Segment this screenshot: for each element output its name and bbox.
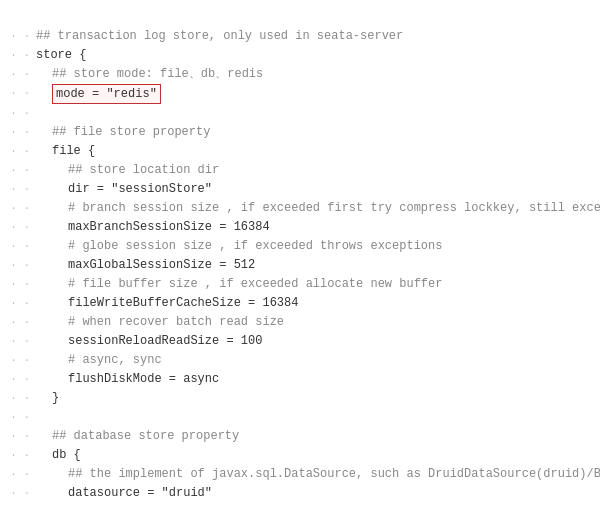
line-content: maxGlobalSessionSize = 512 [36,256,600,275]
line-content: ## store mode: file、db、redis [36,65,600,84]
line-gutter: · · [0,199,36,218]
line-gutter: · · [0,237,36,256]
line-content: ## the implement of javax.sql.DataSource… [36,465,600,484]
line-content: mode = "redis" [36,84,600,105]
code-line: · ·## store mode: file、db、redis [0,65,600,84]
code-line: · · [0,104,600,123]
code-line: · ·fileWriteBufferCacheSize = 16384 [0,294,600,313]
code-line: · ·# globe session size , if exceeded th… [0,237,600,256]
code-line: · ·# async, sync [0,351,600,370]
code-line: · ·## the implement of javax.sql.DataSou… [0,465,600,484]
code-line: · ·## file store property [0,123,600,142]
code-line: · ·# branch session size , if exceeded f… [0,199,600,218]
line-gutter: · · [0,27,36,46]
line-gutter: · · [0,142,36,161]
line-gutter: · · [0,370,36,389]
code-line: · ·} [0,389,600,408]
line-gutter: · · [0,180,36,199]
line-content: store { [36,46,600,65]
code-line: · ·flushDiskMode = async [0,370,600,389]
code-line: · ·dir = "sessionStore" [0,180,600,199]
line-gutter: · · [0,161,36,180]
line-content: # async, sync [36,351,600,370]
code-line: · ·# when recover batch read size [0,313,600,332]
code-line: · ·sessionReloadReadSize = 100 [0,332,600,351]
line-content: ## store location dir [36,161,600,180]
line-content: # globe session size , if exceeded throw… [36,237,600,256]
line-gutter: · · [0,465,36,484]
line-content: maxBranchSessionSize = 16384 [36,218,600,237]
red-box-highlight: mode = "redis" [52,84,161,105]
line-content: ## database store property [36,427,600,446]
line-gutter: · · [0,84,36,105]
code-line: · ·maxGlobalSessionSize = 512 [0,256,600,275]
line-gutter: · · [0,275,36,294]
line-gutter: · · [0,427,36,446]
line-gutter: · · [0,256,36,275]
line-gutter: · · [0,332,36,351]
code-line: · ·maxBranchSessionSize = 16384 [0,218,600,237]
line-content: file { [36,142,600,161]
line-gutter: · · [0,294,36,313]
line-content: # when recover batch read size [36,313,600,332]
line-content: db { [36,446,600,465]
line-gutter: · · [0,218,36,237]
line-content: ## file store property [36,123,600,142]
code-line: · ·mode = "redis" [0,84,600,105]
line-content: flushDiskMode = async [36,370,600,389]
line-gutter: · · [0,46,36,65]
code-editor: · ·## transaction log store, only used i… [0,0,600,505]
line-content: } [36,389,600,408]
code-line: · ·## database store property [0,427,600,446]
line-gutter: · · [0,484,36,503]
line-gutter: · · [0,408,36,427]
line-content [36,408,600,427]
line-content: # branch session size , if exceeded firs… [36,199,600,218]
code-line: · ·## transaction log store, only used i… [0,27,600,46]
code-line: · ·datasource = "druid" [0,484,600,503]
line-content: # file buffer size , if exceeded allocat… [36,275,600,294]
code-line: · ·file { [0,142,600,161]
line-content: fileWriteBufferCacheSize = 16384 [36,294,600,313]
line-gutter: · · [0,446,36,465]
line-gutter: · · [0,123,36,142]
code-line: · ·## store location dir [0,161,600,180]
line-content: dir = "sessionStore" [36,180,600,199]
line-gutter: · · [0,313,36,332]
code-line: · ·store { [0,46,600,65]
code-line: · ·# file buffer size , if exceeded allo… [0,275,600,294]
code-line: · ·db { [0,446,600,465]
code-line: · · [0,408,600,427]
line-gutter: · · [0,389,36,408]
line-gutter: · · [0,351,36,370]
line-gutter: · · [0,65,36,84]
line-content: datasource = "druid" [36,484,600,503]
line-gutter: · · [0,104,36,123]
line-content [36,104,600,123]
line-content: sessionReloadReadSize = 100 [36,332,600,351]
line-content: ## transaction log store, only used in s… [36,27,600,46]
